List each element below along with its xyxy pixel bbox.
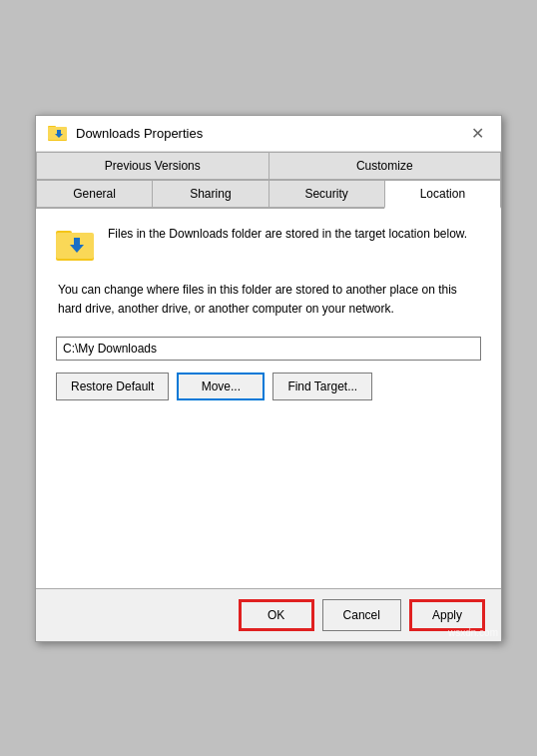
tab-security[interactable]: Security xyxy=(268,180,385,207)
close-button[interactable]: ✕ xyxy=(465,121,489,145)
tab-general[interactable]: General xyxy=(36,180,153,207)
tab-sharing[interactable]: Sharing xyxy=(152,180,268,207)
tab-previous-versions[interactable]: Previous Versions xyxy=(36,152,269,179)
folder-download-icon xyxy=(56,227,96,263)
info-section: Files in the Downloads folder are stored… xyxy=(56,225,481,263)
window-title: Downloads Properties xyxy=(76,126,203,141)
find-target-button[interactable]: Find Target... xyxy=(272,373,372,400)
tab-row-bottom: General Sharing Security Location xyxy=(36,180,501,209)
ok-button[interactable]: OK xyxy=(239,599,314,631)
downloads-properties-dialog: Downloads Properties ✕ Previous Versions… xyxy=(35,115,502,642)
move-button[interactable]: Move... xyxy=(177,373,265,400)
path-input[interactable] xyxy=(56,337,481,361)
cancel-button[interactable]: Cancel xyxy=(322,599,401,631)
tab-location[interactable]: Location xyxy=(384,180,501,209)
description-section: You can change where files in this folde… xyxy=(56,281,481,319)
tab-row-top: Previous Versions Customize xyxy=(36,152,501,180)
title-bar-left: Downloads Properties xyxy=(48,124,203,142)
footer: OK Cancel Apply xyxy=(36,588,501,641)
buttons-row: Restore Default Move... Find Target... xyxy=(56,373,481,400)
content-area: Files in the Downloads folder are stored… xyxy=(36,209,501,588)
description-text: You can change where files in this folde… xyxy=(58,283,457,316)
watermark: wsxdn.com xyxy=(448,627,498,638)
title-bar: Downloads Properties ✕ xyxy=(36,116,501,152)
info-text: Files in the Downloads folder are stored… xyxy=(108,225,467,243)
title-folder-icon xyxy=(48,124,68,142)
restore-default-button[interactable]: Restore Default xyxy=(56,373,169,400)
tab-customize[interactable]: Customize xyxy=(268,152,502,179)
